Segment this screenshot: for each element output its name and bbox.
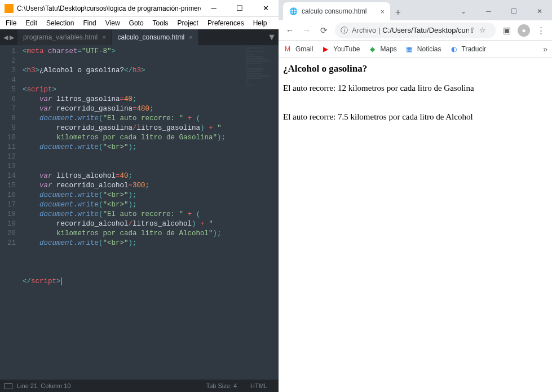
- menu-edit[interactable]: Edit: [22, 18, 41, 28]
- window-title: C:\Users\Tatu\Desktop\cursos\logica de p…: [17, 5, 201, 12]
- news-icon: ▦: [405, 45, 414, 54]
- star-icon[interactable]: ☆: [479, 26, 486, 34]
- forward-button[interactable]: →: [299, 23, 315, 38]
- maps-icon: ◆: [368, 45, 377, 54]
- chevron-down-icon[interactable]: ⌄: [451, 2, 476, 20]
- tab-close-icon[interactable]: ×: [102, 34, 105, 41]
- menubar: File Edit Selection Find View Goto Tools…: [0, 17, 279, 29]
- tab-dropdown-icon[interactable]: ▼: [265, 29, 279, 45]
- globe-icon: 🌐: [289, 7, 298, 16]
- reload-button[interactable]: ⟳: [316, 23, 332, 38]
- menu-preferences[interactable]: Preferences: [204, 18, 248, 28]
- minimap[interactable]: [245, 45, 279, 380]
- tab-history[interactable]: ◀ ▶: [0, 29, 17, 45]
- gutter: 123456789101112131415161718192021: [0, 45, 20, 380]
- menu-view[interactable]: View: [102, 18, 123, 28]
- code-area[interactable]: <meta charset="UTF-8"> <h3>¿Alcohol o ga…: [20, 45, 245, 380]
- bookmark-gmail[interactable]: MGmail: [283, 45, 313, 54]
- extensions-icon[interactable]: ▣: [499, 23, 515, 38]
- menu-project[interactable]: Project: [174, 18, 202, 28]
- chrome-window: 🌐 calculo consumo.html × + ⌄ ─ ☐ ✕ ← → ⟳…: [279, 0, 552, 392]
- browser-tab-title: calculo consumo.html: [302, 7, 366, 15]
- share-icon[interactable]: ⇪: [469, 26, 475, 34]
- tab-close-icon[interactable]: ×: [189, 34, 192, 41]
- statusbar: Line 21, Column 10 Tab Size: 4 HTML: [0, 380, 279, 392]
- status-tabsize[interactable]: Tab Size: 4: [206, 382, 237, 389]
- bookmark-noticias[interactable]: ▦Noticias: [405, 45, 441, 54]
- menu-goto[interactable]: Goto: [126, 18, 147, 28]
- panel-icon[interactable]: [5, 383, 12, 389]
- tab-close-icon[interactable]: ×: [380, 7, 385, 16]
- sublime-titlebar: C:\Users\Tatu\Desktop\cursos\logica de p…: [0, 0, 279, 17]
- close-button[interactable]: ✕: [253, 0, 279, 17]
- new-tab-button[interactable]: +: [390, 5, 406, 20]
- omnibox[interactable]: ⓘ Archivo | C:/Users/Tatu/Desktop/curso.…: [335, 23, 496, 38]
- omnibox-url: C:/Users/Tatu/Desktop/curso..: [382, 26, 469, 34]
- editor[interactable]: 123456789101112131415161718192021 <meta …: [0, 45, 279, 380]
- page-content: ¿Alcohol o gasolina? El auto recorre: 12…: [279, 58, 552, 392]
- cursor: [61, 278, 61, 285]
- bookmark-maps[interactable]: ◆Maps: [368, 45, 397, 54]
- page-heading: ¿Alcohol o gasolina?: [283, 63, 547, 74]
- minimize-button[interactable]: ─: [476, 2, 501, 20]
- sublime-window: C:\Users\Tatu\Desktop\cursos\logica de p…: [0, 0, 279, 392]
- page-line1: El auto recorre: 12 kilometros por cada …: [283, 83, 547, 93]
- translate-icon: ◐: [449, 45, 458, 54]
- menu-help[interactable]: Help: [250, 18, 271, 28]
- status-language[interactable]: HTML: [250, 382, 267, 389]
- menu-selection[interactable]: Selection: [43, 18, 77, 28]
- close-button[interactable]: ✕: [527, 2, 552, 20]
- tab-inactive[interactable]: programa_variables.html ×: [17, 29, 112, 45]
- gmail-icon: M: [283, 45, 292, 54]
- menu-tools[interactable]: Tools: [149, 18, 172, 28]
- menu-file[interactable]: File: [2, 18, 20, 28]
- minimize-button[interactable]: ─: [201, 0, 227, 17]
- avatar[interactable]: ●: [518, 24, 530, 37]
- tab-label: programa_variables.html: [23, 33, 98, 41]
- bookmark-traducir[interactable]: ◐Traducir: [449, 45, 487, 54]
- bookmarks-bar: MGmail ▶YouTube ◆Maps ▦Noticias ◐Traduci…: [279, 41, 552, 58]
- menu-icon[interactable]: ⋮: [533, 23, 549, 38]
- sublime-icon: [5, 4, 14, 13]
- bookmarks-overflow[interactable]: »: [543, 45, 547, 54]
- info-icon: ⓘ: [341, 25, 348, 36]
- menu-find[interactable]: Find: [80, 18, 99, 28]
- omnibox-scheme: Archivo: [352, 26, 376, 34]
- window-controls: ─ ☐ ✕: [201, 0, 279, 17]
- chrome-toolbar: ← → ⟳ ⓘ Archivo | C:/Users/Tatu/Desktop/…: [279, 20, 552, 41]
- chrome-tabstrip: 🌐 calculo consumo.html × + ⌄ ─ ☐ ✕: [279, 0, 552, 20]
- status-position: Line 21, Column 10: [17, 382, 70, 389]
- bookmark-youtube[interactable]: ▶YouTube: [321, 45, 360, 54]
- maximize-button[interactable]: ☐: [501, 2, 527, 20]
- youtube-icon: ▶: [321, 45, 330, 54]
- back-button[interactable]: ←: [282, 23, 298, 38]
- maximize-button[interactable]: ☐: [227, 0, 253, 17]
- chrome-window-controls: ⌄ ─ ☐ ✕: [451, 2, 552, 20]
- tab-active[interactable]: calculo_consumo.html ×: [112, 29, 199, 45]
- page-line2: El auto recorre: 7.5 kilometros por cada…: [283, 112, 547, 122]
- tabbar: ◀ ▶ programa_variables.html × calculo_co…: [0, 29, 279, 45]
- browser-tab[interactable]: 🌐 calculo consumo.html ×: [283, 2, 390, 20]
- tab-label: calculo_consumo.html: [118, 33, 185, 41]
